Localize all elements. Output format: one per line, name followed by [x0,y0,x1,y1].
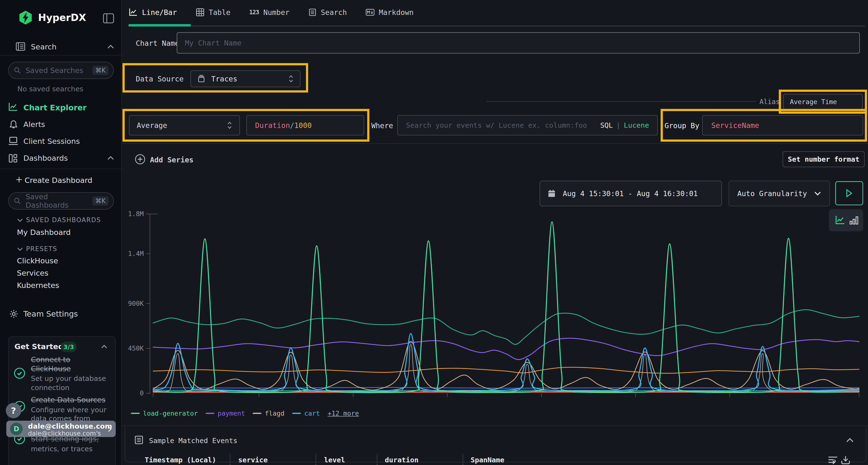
events-list-icon [134,435,144,445]
alias-input[interactable]: Average Time [783,94,863,109]
play-icon [845,189,853,198]
legend-item-flagd[interactable]: flagd [253,409,284,417]
tab-search[interactable]: Search [308,8,347,16]
chart-name-input[interactable] [177,39,859,47]
sidebar-item-chart-explorer[interactable]: Chart Explorer [23,103,87,112]
add-circle-icon[interactable] [134,154,146,165]
chevron-down-icon[interactable] [17,247,23,251]
sidebar-item-kubernetes[interactable]: Kubernetes [17,281,59,290]
step1-title-line1: Connect to [31,355,70,364]
column-resize-handle[interactable] [229,455,230,465]
lang-divider: | [616,121,620,129]
column-header-duration[interactable]: duration [385,456,418,464]
column-resize-handle[interactable] [377,455,378,465]
sidebar-item-team-settings[interactable]: Team Settings [23,309,78,319]
chart-name-label: Chart Name [136,39,179,47]
field-expression-input[interactable]: Duration/1000 [246,115,364,135]
sidebar-item-services[interactable]: Services [17,269,49,277]
aggregation-select[interactable]: Average [129,115,240,135]
tab-markdown[interactable]: Markdown [366,8,414,16]
column-header-spanname[interactable]: SpanName [471,456,504,464]
set-number-format-button[interactable]: Set number format [783,151,865,167]
get-started-badge: 3/3 [61,342,77,352]
chevron-down-icon [814,191,821,196]
app-title: HyperDX [38,12,86,23]
series-other-green [153,310,859,344]
where-input[interactable]: Search your events w/ Lucene ex. column:… [397,115,658,135]
chevron-up-icon[interactable] [101,344,107,349]
help-button[interactable]: ? [6,403,21,418]
dashboards-icon [8,153,18,163]
legend-swatch [253,413,261,414]
saved-searches-input[interactable]: Saved Searches ⌘K [8,62,114,79]
calendar-icon [547,189,556,198]
chevron-up-icon[interactable] [107,156,114,161]
data-source-value: Traces [211,75,288,83]
user-email: dale@clickhouse.com [28,422,112,430]
svg-text:450K: 450K [128,344,144,352]
series-cart [153,333,859,392]
tab-number[interactable]: 123 Number [249,8,289,16]
sidebar-item-my-dashboard[interactable]: My Dashboard [17,228,71,237]
legend-item-load-generator[interactable]: load-generator [131,409,198,417]
group-title-presets[interactable]: PRESETS [26,245,57,253]
check-circle-icon [13,367,26,379]
tab-table[interactable]: Table [196,8,230,16]
search-section-icon [16,41,26,52]
plus-icon: + [16,174,23,184]
svg-text:4:11:00 PM: 4:11:00 PM [616,399,655,400]
download-icon[interactable] [840,455,850,465]
add-series-button[interactable]: Add Series [150,156,194,164]
svg-text:3:39:00 PM: 3:39:00 PM [240,399,279,400]
sidebar-item-dashboards[interactable]: Dashboards [23,154,68,162]
data-source-select[interactable]: Traces [190,70,301,87]
run-chart-button[interactable] [835,181,863,205]
column-header-level[interactable]: level [324,456,345,464]
create-dashboard-button[interactable]: Create Dashboard [25,176,92,185]
column-header-service[interactable]: service [238,456,268,464]
chevron-down-icon[interactable] [17,218,23,222]
svg-text:4:19:00 PM: 4:19:00 PM [710,399,749,400]
column-resize-handle[interactable] [462,455,463,465]
granularity-select[interactable]: Auto Granularity [728,181,830,206]
tabbar-track [128,26,865,27]
get-started-title: Get Started [14,342,63,351]
shortcut-badge: ⌘K [92,196,108,205]
markdown-icon [366,8,374,16]
field-token-duration: Duration [255,121,290,130]
lucene-toggle[interactable]: Lucene [624,121,649,129]
wrap-lines-icon[interactable] [828,455,838,465]
collapse-sidebar-icon[interactable] [103,13,114,24]
legend-item-cart[interactable]: cart [292,409,320,417]
step2-desc-line1: Configure where your [31,406,106,414]
select-chevrons-icon [227,121,232,129]
legend-more-link[interactable]: +12 more [328,409,359,417]
user-sub-text: dale@clickhouse.com's [28,430,101,437]
column-resize-handle[interactable] [315,455,316,465]
sql-toggle[interactable]: SQL [600,121,613,129]
chevron-up-icon[interactable] [107,44,114,49]
aggregation-value: Average [137,121,227,130]
table-icon [196,8,205,16]
timeseries-chart[interactable]: 0450K900K1.4M1.8MAug 4 3:30:00 PM3:39:00… [122,207,868,400]
user-chip[interactable]: D dale@clickhouse.com dale@clickhouse.co… [6,421,116,437]
chart-legend: load-generator payment flagd cart +12 mo… [131,409,359,417]
group-title-saved-dashboards[interactable]: SAVED DASHBOARDS [26,217,101,224]
group-by-input[interactable]: ServiceName [702,115,863,135]
saved-dashboards-input[interactable]: Saved Dashboards ⌘K [8,192,114,210]
sidebar-item-client-sessions[interactable]: Client Sessions [23,137,80,145]
sample-events-title: Sample Matched Events [149,437,238,445]
date-range-input[interactable]: Aug 4 15:30:01 - Aug 4 16:30:01 [539,181,722,206]
column-header-timestamp[interactable]: Timestamp (Local) [145,456,216,464]
chevron-right-icon [107,426,112,432]
sidebar-item-clickhouse[interactable]: ClickHouse [17,256,58,265]
data-source-label: Data Source [136,75,184,83]
bell-icon [9,120,18,130]
select-chevrons-icon [288,75,294,83]
tab-line-bar[interactable]: Line/Bar [128,8,177,16]
collapse-panel-chevron-icon[interactable] [846,437,854,443]
sidebar-item-alerts[interactable]: Alerts [23,120,45,129]
divider [0,55,122,56]
sidebar-section-search[interactable]: Search [31,42,57,51]
legend-item-payment[interactable]: payment [206,409,245,417]
